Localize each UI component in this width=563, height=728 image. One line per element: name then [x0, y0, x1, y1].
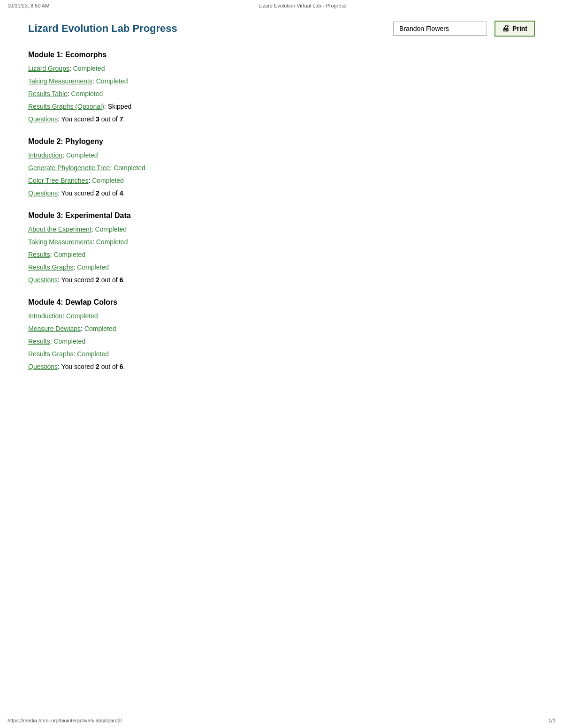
- module-3-status-2: Completed: [96, 238, 128, 246]
- module-1-status-5: You scored 3 out of 7.: [61, 115, 125, 123]
- module-2-link-3[interactable]: Color Tree Branches: [28, 177, 88, 184]
- module-3-link-3[interactable]: Results: [28, 251, 50, 258]
- modules-container: Module 1: EcomorphsLizard Groups: Comple…: [28, 51, 535, 372]
- module-4-item-1: Introduction: Completed: [28, 311, 535, 321]
- browser-bar: 10/31/23, 8:50 AM Lizard Evolution Virtu…: [0, 0, 563, 11]
- module-2-item-2: Generate Phylogenetic Tree: Completed: [28, 163, 535, 173]
- module-3-status-4: Completed: [77, 263, 109, 271]
- module-2-item-4: Questions: You scored 2 out of 4.: [28, 188, 535, 198]
- module-4-item-3: Results: Completed: [28, 337, 535, 346]
- module-3-item-5: Questions: You scored 2 out of 6.: [28, 275, 535, 285]
- module-1-link-4[interactable]: Results Graphs (Optional): [28, 103, 104, 110]
- module-4-status-3: Completed: [53, 338, 85, 345]
- module-3-status-1: Completed: [95, 225, 127, 233]
- module-title-2: Module 2: Phylogeny: [28, 137, 535, 146]
- module-3-item-3: Results: Completed: [28, 250, 535, 260]
- module-4-link-4[interactable]: Results Graphs: [28, 350, 73, 358]
- footer-pagination: 1/1: [548, 718, 555, 723]
- page-heading: Lizard Evolution Lab Progress: [28, 23, 177, 35]
- module-3-item-4: Results Graphs: Completed: [28, 263, 535, 272]
- module-section-2: Module 2: PhylogenyIntroduction: Complet…: [28, 137, 535, 198]
- module-4-status-5: You scored 2 out of 6.: [61, 363, 125, 370]
- module-title-1: Module 1: Ecomorphs: [28, 51, 535, 59]
- module-4-link-5[interactable]: Questions: [28, 363, 58, 370]
- module-2-item-1: Introduction: Completed: [28, 150, 535, 160]
- module-3-link-4[interactable]: Results Graphs: [28, 263, 73, 271]
- module-title-3: Module 3: Experimental Data: [28, 211, 535, 220]
- module-3-link-2[interactable]: Taking Measurements: [28, 238, 92, 246]
- printer-icon: 🖨: [502, 24, 510, 33]
- module-3-item-1: About the Experiment: Completed: [28, 225, 535, 234]
- page-title-center: Lizard Evolution Virtual Lab - Progress: [259, 3, 347, 8]
- module-section-3: Module 3: Experimental DataAbout the Exp…: [28, 211, 535, 285]
- module-4-link-1[interactable]: Introduction: [28, 312, 62, 320]
- module-4-status-1: Completed: [66, 312, 98, 320]
- module-1-link-2[interactable]: Taking Measurements: [28, 77, 92, 85]
- module-1-item-3: Results Table: Completed: [28, 89, 535, 99]
- main-content: Lizard Evolution Lab Progress Brandon Fl…: [0, 11, 563, 413]
- module-2-link-4[interactable]: Questions: [28, 189, 58, 197]
- footer-bar: https://media.hhmi.org/biointeractive/vl…: [0, 718, 563, 723]
- module-1-status-1: Completed: [73, 65, 105, 72]
- module-1-item-1: Lizard Groups: Completed: [28, 64, 535, 74]
- module-section-1: Module 1: EcomorphsLizard Groups: Comple…: [28, 51, 535, 124]
- module-title-4: Module 4: Dewlap Colors: [28, 298, 535, 307]
- module-3-link-5[interactable]: Questions: [28, 276, 58, 284]
- module-1-link-5[interactable]: Questions: [28, 115, 58, 123]
- module-4-item-4: Results Graphs: Completed: [28, 349, 535, 359]
- module-1-link-1[interactable]: Lizard Groups: [28, 65, 69, 72]
- module-2-status-4: You scored 2 out of 4.: [61, 189, 125, 197]
- module-4-status-4: Completed: [77, 350, 109, 358]
- print-label: Print: [512, 25, 527, 32]
- module-1-link-3[interactable]: Results Table: [28, 90, 68, 98]
- module-4-link-3[interactable]: Results: [28, 338, 50, 345]
- module-3-link-1[interactable]: About the Experiment: [28, 225, 91, 233]
- module-1-status-2: Completed: [96, 77, 128, 85]
- module-2-item-3: Color Tree Branches: Completed: [28, 176, 535, 186]
- module-2-link-2[interactable]: Generate Phylogenetic Tree: [28, 164, 110, 172]
- module-3-status-3: Completed: [53, 251, 85, 258]
- module-2-status-1: Completed: [66, 151, 98, 159]
- module-2-link-1[interactable]: Introduction: [28, 151, 62, 159]
- header-right: Brandon Flowers 🖨 Print: [393, 21, 535, 37]
- print-button[interactable]: 🖨 Print: [495, 21, 535, 37]
- module-3-item-2: Taking Measurements: Completed: [28, 237, 535, 247]
- timestamp: 10/31/23, 8:50 AM: [8, 3, 49, 8]
- footer-url: https://media.hhmi.org/biointeractive/vl…: [8, 718, 122, 723]
- header-row: Lizard Evolution Lab Progress Brandon Fl…: [28, 21, 535, 37]
- module-1-item-4: Results Graphs (Optional): Skipped: [28, 102, 535, 112]
- module-1-item-2: Taking Measurements: Completed: [28, 76, 535, 86]
- module-2-status-3: Completed: [92, 177, 124, 184]
- module-3-status-5: You scored 2 out of 6.: [61, 276, 125, 284]
- module-4-link-2[interactable]: Measure Dewlaps: [28, 325, 81, 332]
- module-4-status-2: Completed: [84, 325, 116, 332]
- student-name-box: Brandon Flowers: [393, 22, 487, 36]
- module-4-item-2: Measure Dewlaps: Completed: [28, 324, 535, 334]
- module-1-status-3: Completed: [71, 90, 103, 98]
- module-2-status-2: Completed: [114, 164, 145, 172]
- module-1-status-4: Skipped: [108, 103, 132, 110]
- module-4-item-5: Questions: You scored 2 out of 6.: [28, 362, 535, 372]
- module-1-item-5: Questions: You scored 3 out of 7.: [28, 114, 535, 124]
- module-section-4: Module 4: Dewlap ColorsIntroduction: Com…: [28, 298, 535, 372]
